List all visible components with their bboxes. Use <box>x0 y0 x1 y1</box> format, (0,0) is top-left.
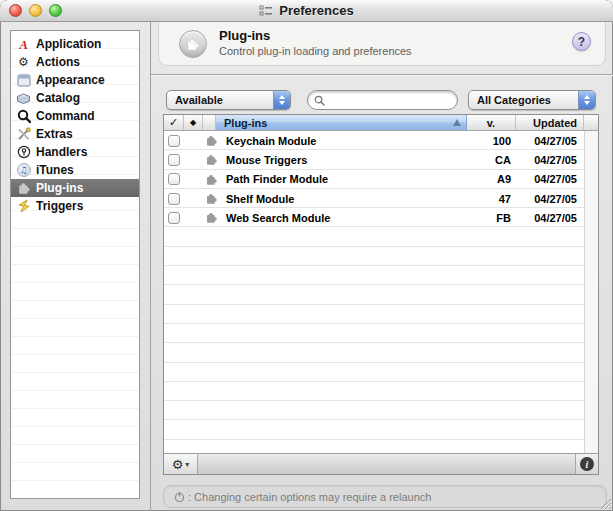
sidebar-item-handlers[interactable]: Handlers <box>11 143 139 161</box>
window-icon <box>16 73 31 88</box>
category-popup-value: All Categories <box>469 94 578 106</box>
table-row[interactable]: Keychain Module 100 04/27/05 <box>164 131 598 150</box>
plugin-version: CA <box>467 154 516 166</box>
pane-divider <box>150 22 151 511</box>
tools-icon <box>16 127 31 142</box>
panel-subtitle: Control plug-in loading and preferences <box>219 45 412 57</box>
sidebar-item-label: Application <box>36 37 101 51</box>
help-button[interactable]: ? <box>572 32 591 51</box>
plugin-updated: 04/27/05 <box>516 193 584 205</box>
puzzle-icon <box>205 153 218 166</box>
enable-checkbox[interactable] <box>168 193 180 205</box>
sidebar-item-appearance[interactable]: Appearance <box>11 71 139 89</box>
lightning-icon <box>16 199 31 214</box>
category-popup[interactable]: All Categories <box>468 90 596 110</box>
window-title: Preferences <box>259 3 353 18</box>
plugin-name: Keychain Module <box>226 135 316 147</box>
panel-title: Plug-ins <box>219 28 270 43</box>
column-header-scroll-pad <box>584 115 598 130</box>
info-icon: i <box>580 457 594 471</box>
search-icon <box>314 95 325 106</box>
table-row[interactable]: Mouse Triggers CA 04/27/05 <box>164 150 598 169</box>
puzzle-icon <box>16 181 31 196</box>
resize-grip[interactable] <box>598 496 612 510</box>
table-row[interactable]: Shelf Module 47 04/27/05 <box>164 189 598 208</box>
table-action-bar: ⚙ ▾ i <box>164 453 598 474</box>
box-icon <box>16 91 31 106</box>
puzzle-icon <box>205 211 218 224</box>
plugin-version: 47 <box>467 193 516 205</box>
info-button[interactable]: i <box>575 454 598 474</box>
sidebar-item-catalog[interactable]: Catalog <box>11 89 139 107</box>
sidebar-item-triggers[interactable]: Triggers <box>11 197 139 215</box>
sidebar-item-label: Triggers <box>36 199 83 213</box>
sidebar: A Application ⚙ Actions Appearance Catal… <box>10 30 140 499</box>
vertical-scrollbar-track[interactable] <box>584 131 598 453</box>
sidebar-item-command[interactable]: Command <box>11 107 139 125</box>
plugin-version: 100 <box>467 135 516 147</box>
availability-popup-value: Available <box>167 94 273 106</box>
plugin-updated: 04/27/05 <box>516 154 584 166</box>
popup-stepper-icon <box>578 91 595 109</box>
plugins-table: ✓ ◆ Plug-ins v. Updated Keychain Module … <box>163 114 599 475</box>
plugin-name: Path Finder Module <box>226 173 328 185</box>
close-button[interactable] <box>9 4 22 17</box>
minimize-button[interactable] <box>29 4 42 17</box>
zoom-button[interactable] <box>49 4 62 17</box>
plugin-name: Mouse Triggers <box>226 154 307 166</box>
plugin-updated: 04/27/05 <box>516 173 584 185</box>
gear-icon: ⚙ <box>172 457 184 472</box>
title-bar[interactable]: Preferences <box>0 0 613 22</box>
enable-checkbox[interactable] <box>168 173 180 185</box>
sidebar-item-label: Actions <box>36 55 80 69</box>
gear-action-button[interactable]: ⚙ ▾ <box>164 454 198 474</box>
column-header-icon[interactable] <box>203 115 216 130</box>
panel-header: Plug-ins Control plug-in loading and pre… <box>158 22 606 66</box>
availability-popup[interactable]: Available <box>166 90 291 110</box>
dropdown-arrow-icon: ▾ <box>185 460 189 469</box>
popup-stepper-icon <box>273 91 290 109</box>
sidebar-item-actions[interactable]: ⚙ Actions <box>11 53 139 71</box>
window-controls <box>9 4 62 17</box>
plugins-panel-icon <box>179 30 207 58</box>
table-body: Keychain Module 100 04/27/05 Mouse Trigg… <box>164 131 598 453</box>
puzzle-icon <box>205 134 218 147</box>
column-header-version[interactable]: v. <box>467 115 516 130</box>
sidebar-item-label: Handlers <box>36 145 87 159</box>
search-input[interactable] <box>329 93 444 107</box>
plugin-version: A9 <box>467 173 516 185</box>
column-header-enabled[interactable]: ✓ <box>164 115 184 130</box>
enable-checkbox[interactable] <box>168 135 180 147</box>
column-header-name[interactable]: Plug-ins <box>216 115 467 130</box>
sidebar-item-label: iTunes <box>36 163 74 177</box>
plugin-name: Web Search Module <box>226 212 330 224</box>
sidebar-item-label: Command <box>36 109 95 123</box>
enable-checkbox[interactable] <box>168 154 180 166</box>
table-row[interactable]: Path Finder Module A9 04/27/05 <box>164 170 598 189</box>
sidebar-item-label: Extras <box>36 127 73 141</box>
sidebar-item-itunes[interactable]: ♫ iTunes <box>11 161 139 179</box>
plugin-name: Shelf Module <box>226 193 294 205</box>
column-header-flag[interactable]: ◆ <box>184 115 203 130</box>
sidebar-item-label: Appearance <box>36 73 105 87</box>
sidebar-item-label: Catalog <box>36 91 80 105</box>
relaunch-power-icon <box>174 491 185 503</box>
table-header: ✓ ◆ Plug-ins v. Updated <box>164 115 598 131</box>
search-field[interactable] <box>307 90 458 110</box>
plugin-version: FB <box>467 212 516 224</box>
sort-ascending-icon <box>453 119 461 126</box>
enable-checkbox[interactable] <box>168 212 180 224</box>
magnifier-icon <box>16 109 31 124</box>
sidebar-item-extras[interactable]: Extras <box>11 125 139 143</box>
sidebar-item-application[interactable]: A Application <box>11 35 139 53</box>
gear-icon: ⚙ <box>16 55 31 70</box>
sidebar-item-plugins[interactable]: Plug-ins <box>11 179 139 197</box>
plugin-updated: 04/27/05 <box>516 135 584 147</box>
application-icon: A <box>16 37 31 52</box>
puzzle-icon <box>205 192 218 205</box>
sidebar-item-label: Plug-ins <box>36 181 83 195</box>
plugin-updated: 04/27/05 <box>516 212 584 224</box>
table-row[interactable]: Web Search Module FB 04/27/05 <box>164 208 598 227</box>
column-header-updated[interactable]: Updated <box>516 115 584 130</box>
status-bar: : Changing certain options may require a… <box>163 485 607 508</box>
